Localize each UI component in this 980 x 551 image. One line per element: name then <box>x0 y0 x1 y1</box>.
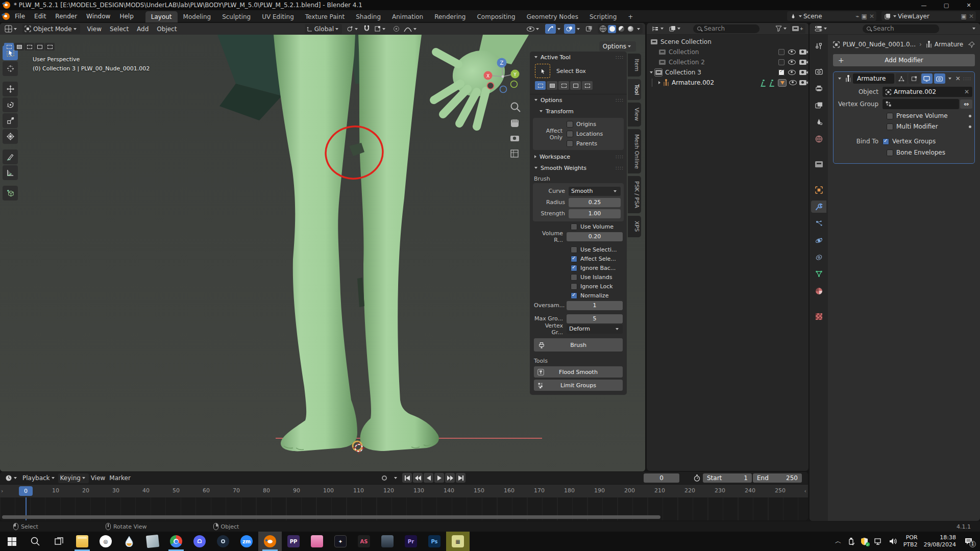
blender-menu-icon[interactable] <box>2 12 10 20</box>
smooth-weights-panel-header[interactable]: Smooth Weights:::: <box>530 162 627 173</box>
tab-physics[interactable] <box>811 234 826 246</box>
clock[interactable]: 18:3829/08/2024 <box>924 534 956 549</box>
photo-app-icon[interactable] <box>376 532 399 551</box>
properties-search[interactable]: Search <box>863 24 939 33</box>
volume-r-field[interactable]: 0.20 <box>567 232 623 241</box>
menu-item[interactable]: File <box>10 10 30 22</box>
workspace-tab[interactable]: UV Editing <box>256 11 300 22</box>
pin-icon[interactable]: ⌁ <box>855 13 859 20</box>
security-tray-icon[interactable]: ✓ <box>861 537 868 545</box>
object-visibility-dropdown[interactable] <box>525 24 543 34</box>
brush-check[interactable]: Ignore Bac... <box>571 264 623 272</box>
select-mode-invert[interactable] <box>35 43 44 51</box>
editor-type-button[interactable] <box>3 24 20 34</box>
workspace-tab[interactable]: Sculpting <box>216 11 256 22</box>
scene-selector[interactable]: Scene ⌁ ▣ ✕ <box>787 11 876 21</box>
breadcrumb-modifier[interactable]: Armature <box>935 41 963 48</box>
network-tray-icon[interactable] <box>874 538 883 545</box>
workspace-panel-header[interactable]: Workspace:::: <box>530 151 627 162</box>
brush-check[interactable]: Use Islands <box>571 273 623 282</box>
modifier-extras-dropdown[interactable] <box>948 78 951 80</box>
shading-solid-button[interactable] <box>608 25 616 33</box>
move-tool[interactable] <box>3 82 18 96</box>
photoshop-icon[interactable]: Ps <box>423 532 446 551</box>
hide-eye-icon[interactable] <box>789 80 797 85</box>
tab-render[interactable] <box>811 65 826 78</box>
tab-collection[interactable] <box>811 158 826 170</box>
outliner-display-mode-dropdown[interactable] <box>650 24 667 34</box>
disable-render-icon[interactable] <box>799 80 806 85</box>
use-volume-check[interactable]: Use Volume <box>571 222 623 231</box>
keying-menu[interactable]: Keying <box>58 473 89 483</box>
transform-orientation-dropdown[interactable]: Global <box>305 24 342 34</box>
brush-button[interactable]: Brush <box>534 338 623 352</box>
snap-magnet-icon[interactable] <box>361 24 372 34</box>
sidebar-tab[interactable]: Mesh Online <box>628 129 641 174</box>
hide-eye-icon[interactable] <box>788 49 796 55</box>
tab-tool[interactable] <box>811 40 826 52</box>
measure-tool[interactable] <box>3 165 18 180</box>
proportional-editing-icon[interactable] <box>391 24 402 34</box>
outliner-row-collection-2[interactable]: Collection 2 <box>647 57 808 67</box>
viewlayer-selector[interactable]: ViewLayer ▣ ✕ <box>881 11 976 21</box>
select-mode-extend[interactable] <box>14 43 24 51</box>
viewport-menu-item[interactable]: View <box>83 24 106 34</box>
sidebar-tab[interactable]: Item <box>628 54 641 77</box>
expand-icon[interactable] <box>658 81 660 84</box>
notes-icon[interactable] <box>141 532 164 551</box>
invert-vertex-group-button[interactable]: ⇔ <box>960 99 972 109</box>
language-indicator[interactable]: PORPTB2 <box>903 534 918 549</box>
outliner-row-collection[interactable]: Collection <box>647 47 808 57</box>
disable-render-icon[interactable] <box>799 49 806 55</box>
options-panel-header[interactable]: Options:::: <box>530 94 627 106</box>
tab-constraints[interactable] <box>811 251 826 263</box>
tab-output[interactable] <box>811 82 826 94</box>
new-viewlayer-icon[interactable]: ▣ <box>961 13 967 20</box>
brush-check[interactable]: Normalize <box>571 291 623 300</box>
new-scene-icon[interactable]: ▣ <box>862 13 867 20</box>
obs-icon[interactable]: ◎ <box>94 532 117 551</box>
active-tool-icon[interactable] <box>535 64 550 78</box>
workspace-tab[interactable]: Compositing <box>471 11 521 22</box>
viewport-menu-item[interactable]: Add <box>133 24 153 34</box>
sidebar-tab[interactable]: Tool <box>628 79 641 100</box>
powerpoint-icon[interactable]: PP <box>282 532 305 551</box>
task-view-button[interactable] <box>47 532 70 551</box>
bind-bone-envelopes-check[interactable]: Bone Envelopes <box>887 147 972 158</box>
tab-material[interactable] <box>811 285 826 297</box>
add-cube-tool[interactable] <box>3 186 18 201</box>
tab-scene[interactable] <box>811 116 826 128</box>
active-tool-panel-header[interactable]: Active Tool:::: <box>530 52 627 63</box>
workspace-tab[interactable]: Scripting <box>584 11 622 22</box>
max-groups-field[interactable]: 5 <box>567 314 623 323</box>
outliner-filter-dropdown[interactable] <box>773 24 790 34</box>
multi-modifier-check[interactable]: Multi Modifier <box>887 121 972 132</box>
timeline-ruler[interactable]: 1020304050607080901001101201301401501601… <box>0 484 808 497</box>
disable-render-icon[interactable] <box>799 60 806 65</box>
volume-tray-icon[interactable] <box>889 538 897 545</box>
media-player-classic-icon[interactable]: ▦ <box>446 532 470 551</box>
modifier-name-field[interactable]: Armature <box>853 73 894 84</box>
steam-icon[interactable] <box>211 532 235 551</box>
affect-only-check[interactable]: Origins <box>567 121 603 128</box>
sidebar-tab[interactable]: PSK / PSA <box>628 176 641 213</box>
maximize-button[interactable]: ▢ <box>935 0 958 10</box>
emblem-app-icon[interactable]: ✦ <box>329 532 352 551</box>
blender-taskbar-icon[interactable] <box>258 532 282 551</box>
current-frame-field[interactable]: 0 <box>644 473 679 483</box>
gizmo-toggle[interactable] <box>545 24 556 34</box>
end-frame-field[interactable]: End250 <box>753 473 802 483</box>
cursor-tool[interactable] <box>3 61 18 76</box>
workspace-tab[interactable]: Animation <box>386 11 429 22</box>
tab-particles[interactable] <box>811 217 826 230</box>
menu-item[interactable]: Help <box>115 10 138 22</box>
previous-keyframe-button[interactable] <box>413 473 423 483</box>
workspace-tab[interactable]: Modeling <box>178 11 217 22</box>
viewport-menu-item[interactable]: Object <box>153 24 181 34</box>
sidebar-tab[interactable]: XPS <box>628 216 641 237</box>
outliner-search[interactable]: Search <box>693 24 760 33</box>
snap-with-dropdown[interactable] <box>372 24 389 34</box>
menu-item[interactable]: Render <box>51 10 82 22</box>
xray-toggle[interactable] <box>583 24 595 34</box>
expand-icon[interactable] <box>650 71 653 73</box>
